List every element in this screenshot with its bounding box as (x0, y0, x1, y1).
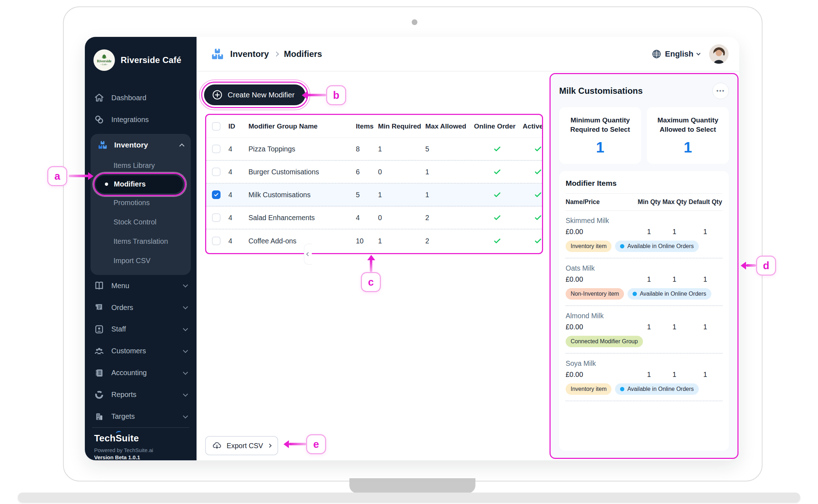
row-checkbox[interactable] (212, 237, 221, 245)
breadcrumb-parent[interactable]: Inventory (230, 49, 269, 59)
row-max: 2 (425, 214, 474, 222)
col-active[interactable]: Active (523, 122, 543, 130)
sidebar-item-label: Staff (111, 325, 126, 333)
col-items[interactable]: Items (356, 122, 378, 130)
powered-by-text: Powered by TechSuite.ai (94, 447, 187, 453)
check-icon (493, 191, 501, 199)
row-id: 4 (228, 214, 248, 222)
check-icon (214, 192, 219, 197)
sidebar-item-modifiers[interactable]: Modifiers (96, 175, 183, 193)
sidebar-item-stock-control[interactable]: Stock Control (91, 213, 191, 232)
sidebar-item-import-csv[interactable]: Import CSV (91, 251, 191, 271)
sidebar-item-label: Promotions (113, 199, 150, 207)
sidebar-item-label: Reports (111, 391, 136, 399)
row-min: 1 (378, 145, 425, 153)
panel-menu-button[interactable]: ••• (712, 83, 729, 99)
sidebar-item-inventory[interactable]: Inventory (91, 134, 191, 156)
language-selector[interactable]: English (652, 49, 700, 59)
sidebar-footer: TechSuite Powered by TechSuite.ai Versio… (92, 427, 189, 460)
table-row[interactable]: 4 Burger Customisations 6 0 1 (206, 161, 542, 184)
modifier-detail-panel: Milk Customisations ••• Minimum Quantity… (550, 73, 739, 459)
item-price: £0.00 (566, 228, 637, 236)
check-icon (534, 168, 542, 176)
sidebar-item-label: Inventory (114, 141, 148, 149)
item-max: 1 (661, 323, 688, 331)
sidebar-item-integrations[interactable]: Integrations (85, 109, 197, 131)
annotation-arrow-a (69, 175, 89, 177)
brand: Riverside - Café - Riverside Café (85, 37, 197, 76)
item-default: 1 (688, 228, 722, 236)
book-icon (94, 281, 104, 291)
link-icon (94, 115, 104, 125)
globe-icon (652, 49, 662, 59)
sidebar-item-reports[interactable]: Reports (85, 384, 197, 406)
table-row[interactable]: 4 Pizza Toppings 8 1 5 (206, 138, 542, 161)
col-id[interactable]: ID (228, 122, 248, 130)
select-all-checkbox[interactable] (212, 122, 221, 131)
col-min[interactable]: Min Required (378, 122, 425, 130)
sidebar-item-dashboard[interactable]: Dashboard (85, 87, 197, 109)
row-name: Burger Customisations (248, 168, 356, 176)
chevron-down-icon (183, 326, 188, 331)
logo-text: Riverside (97, 59, 112, 63)
row-checkbox[interactable] (212, 213, 221, 222)
row-checkbox[interactable] (212, 168, 221, 176)
chevron-down-icon (183, 370, 188, 375)
sidebar-item-menu[interactable]: Menu (85, 275, 197, 297)
row-checkbox[interactable] (212, 145, 221, 153)
modifier-item: Skimmed Milk £0.00 1 1 1 Inventory item … (566, 217, 722, 258)
sidebar-item-label: Modifiers (114, 180, 146, 188)
export-label: Export CSV (227, 442, 263, 450)
table-row[interactable]: 4 Salad Enhancements 4 0 2 (206, 207, 542, 229)
export-csv-button[interactable]: Export CSV (205, 436, 278, 455)
modifier-items-header: Name/Price Min Qty Max Qty Default Qty (566, 193, 722, 211)
annotation-label-d: d (756, 256, 776, 276)
row-id: 4 (228, 168, 248, 176)
inventory-group: Inventory Items Library Modifiers Promot… (91, 134, 191, 275)
row-max: 1 (425, 191, 474, 199)
check-icon (493, 214, 501, 222)
row-id: 4 (228, 237, 248, 245)
sidebar-item-label: Dashboard (111, 94, 146, 102)
user-avatar[interactable] (709, 44, 729, 64)
home-icon (94, 93, 104, 103)
sidebar-collapse-handle[interactable] (304, 244, 312, 265)
app-window: Riverside - Café - Riverside Café Dashbo… (85, 37, 739, 460)
col-name-price: Name/Price (566, 198, 637, 206)
annotation-arrowhead-c (367, 255, 375, 260)
col-online[interactable]: Online Order (474, 122, 523, 130)
item-min: 1 (637, 323, 661, 331)
row-items: 10 (356, 237, 378, 245)
annotation-label-a: a (47, 166, 67, 186)
sidebar-item-staff[interactable]: Staff (85, 319, 197, 340)
plus-circle-icon (212, 89, 223, 100)
table-row-selected[interactable]: 4 Milk Customisations 5 1 1 (206, 184, 542, 207)
check-icon (493, 168, 501, 176)
row-checkbox-checked[interactable] (212, 190, 221, 199)
sidebar-item-customers[interactable]: Customers (85, 340, 197, 362)
chevron-up-icon (179, 144, 184, 149)
modifier-items-card: Modifier Items Name/Price Min Qty Max Qt… (559, 171, 729, 451)
item-name: Skimmed Milk (566, 217, 722, 225)
sidebar-item-promotions[interactable]: Promotions (91, 193, 191, 213)
sidebar-item-targets[interactable]: Targets (85, 406, 197, 427)
create-button-label: Create New Modifier (228, 91, 295, 99)
row-items: 6 (356, 168, 378, 176)
annotation-arrow-d (746, 264, 756, 267)
sidebar-item-accounting[interactable]: Accounting (85, 362, 197, 384)
sidebar-item-items-library[interactable]: Items Library (91, 156, 191, 175)
boxes-icon (98, 140, 108, 150)
create-new-modifier-button[interactable]: Create New Modifier (204, 84, 305, 105)
table-row[interactable]: 4 Coffee Add-ons 10 1 2 (206, 229, 542, 252)
version-text: Version Beta 1.0.1 (94, 454, 187, 460)
col-name[interactable]: Modifier Group Name (248, 122, 356, 130)
sidebar-item-orders[interactable]: Orders (85, 297, 197, 319)
sidebar-item-items-translation[interactable]: Items Translation (91, 232, 191, 251)
item-default: 1 (688, 275, 722, 284)
sidebar-item-label: Accounting (111, 369, 147, 377)
col-max[interactable]: Max Allowed (425, 122, 474, 130)
annotation-arrowhead-e (284, 440, 289, 448)
row-min: 1 (378, 191, 425, 199)
ellipsis-icon: ••• (716, 87, 725, 94)
status-badge: Connected Modifier Group (566, 336, 643, 347)
